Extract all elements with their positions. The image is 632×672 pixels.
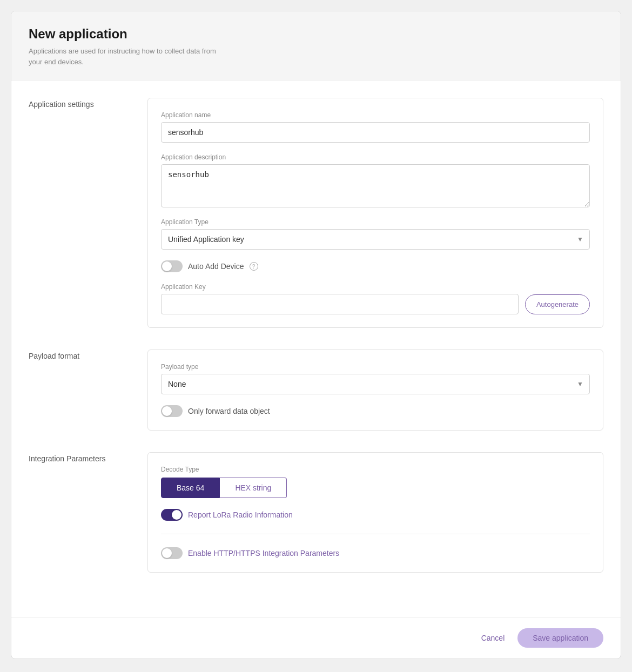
decode-buttons-group: Base 64 HEX string <box>161 478 590 498</box>
report-lora-toggle-thumb <box>172 510 181 520</box>
only-forward-label: Only forward data object <box>188 407 270 415</box>
payload-type-select[interactable]: None <box>161 374 590 394</box>
app-key-label: Application Key <box>161 283 590 291</box>
enable-http-toggle[interactable] <box>161 547 183 559</box>
app-name-field-group: Application name <box>161 111 590 143</box>
page-body: Application settings Application name Ap… <box>11 80 621 617</box>
decode-type-label: Decode Type <box>161 466 590 473</box>
payload-format-section: Payload format Payload type None ▼ <box>29 350 603 431</box>
app-type-field-group: Application Type Unified Application key… <box>161 218 590 250</box>
enable-http-row: Enable HTTP/HTTPS Integration Parameters <box>161 547 590 559</box>
enable-http-label: Enable HTTP/HTTPS Integration Parameters <box>188 549 339 557</box>
payload-type-select-wrapper: None ▼ <box>161 374 590 394</box>
app-key-field-group: Application Key Autogenerate <box>161 283 590 314</box>
report-lora-row: Report LoRa Radio Information <box>161 509 590 521</box>
enable-http-toggle-thumb <box>162 548 172 558</box>
application-settings-content: Application name Application description… <box>147 98 603 328</box>
autogenerate-button[interactable]: Autogenerate <box>525 294 590 314</box>
integration-parameters-content: Decode Type Base 64 HEX string Report Lo… <box>147 452 603 573</box>
app-name-label: Application name <box>161 111 590 119</box>
auto-add-device-toggle-thumb <box>162 261 172 271</box>
page-title: New application <box>29 26 603 42</box>
page-footer: Cancel Save application <box>11 617 621 658</box>
cancel-button[interactable]: Cancel <box>481 634 505 642</box>
page-container: New application Applications are used fo… <box>11 11 621 659</box>
only-forward-row: Only forward data object <box>161 405 590 417</box>
auto-add-device-toggle[interactable] <box>161 260 183 272</box>
only-forward-toggle-thumb <box>162 406 172 416</box>
auto-add-device-help-icon[interactable]: ? <box>250 262 258 271</box>
decode-type-field-group: Decode Type Base 64 HEX string <box>161 466 590 498</box>
report-lora-label: Report LoRa Radio Information <box>188 510 293 519</box>
application-settings-section: Application settings Application name Ap… <box>29 98 603 328</box>
app-name-input[interactable] <box>161 122 590 143</box>
integration-parameters-label: Integration Parameters <box>29 452 147 573</box>
integration-divider <box>161 534 590 534</box>
payload-format-label: Payload format <box>29 350 147 431</box>
page-subtitle: Applications are used for instructing ho… <box>29 46 223 67</box>
payload-type-label: Payload type <box>161 363 590 371</box>
app-type-select[interactable]: Unified Application key <box>161 229 590 250</box>
page-header: New application Applications are used fo… <box>11 11 621 80</box>
decode-hex-button[interactable]: HEX string <box>220 478 287 498</box>
decode-base64-button[interactable]: Base 64 <box>161 478 220 498</box>
app-desc-label: Application description <box>161 153 590 161</box>
integration-parameters-section: Integration Parameters Decode Type Base … <box>29 452 603 573</box>
app-desc-field-group: Application description sensorhub <box>161 153 590 207</box>
app-key-input[interactable] <box>161 294 519 314</box>
app-desc-input[interactable]: sensorhub <box>161 164 590 207</box>
only-forward-toggle[interactable] <box>161 405 183 417</box>
application-settings-label: Application settings <box>29 98 147 328</box>
report-lora-toggle[interactable] <box>161 509 183 521</box>
save-application-button[interactable]: Save application <box>517 628 603 648</box>
app-key-row: Autogenerate <box>161 294 590 314</box>
app-type-select-wrapper: Unified Application key ▼ <box>161 229 590 250</box>
auto-add-device-row: Auto Add Device ? <box>161 260 590 272</box>
payload-format-content: Payload type None ▼ Only forward data ob… <box>147 350 603 431</box>
payload-type-field-group: Payload type None ▼ <box>161 363 590 394</box>
app-type-label: Application Type <box>161 218 590 226</box>
auto-add-device-label: Auto Add Device <box>188 262 244 271</box>
